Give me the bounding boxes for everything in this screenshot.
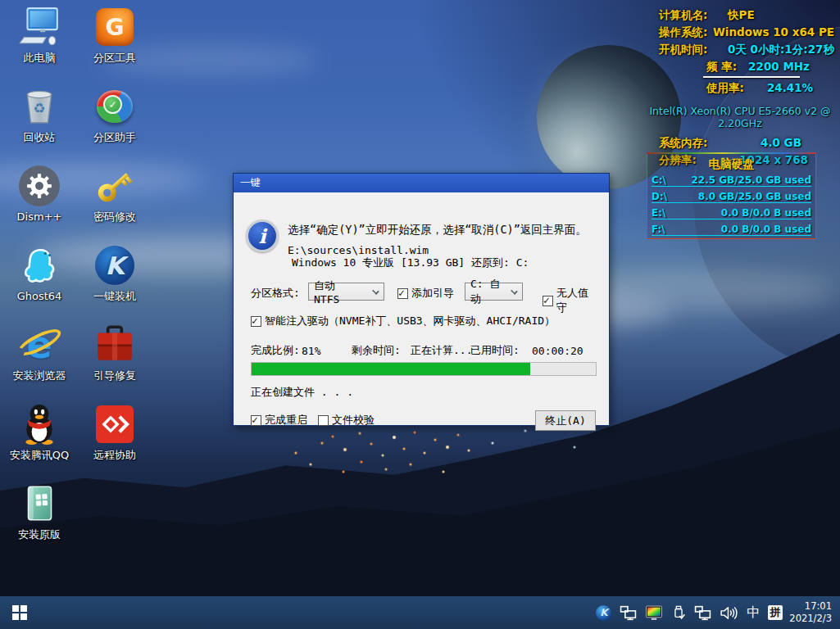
display-settings-icon[interactable] — [645, 605, 663, 621]
uptime-label: 开机时间: — [659, 41, 728, 58]
desktop-icon-label: 分区助手 — [93, 131, 136, 143]
desktop-icon-this-pc[interactable]: 此电脑 — [4, 3, 75, 83]
system-tray: 中 拼 — [596, 604, 783, 621]
diskgenius-icon — [92, 3, 138, 51]
restart-checkbox-group[interactable]: 完成重启 — [251, 413, 307, 428]
boot-target-dropdown[interactable]: C: 自动 — [465, 283, 523, 301]
freq-value: 2200 MHz — [748, 58, 810, 75]
source-path: E:\sources\install.wim — [288, 244, 587, 256]
drive-usage: 8.0 GB/25.0 GB used — [698, 191, 811, 202]
network-icon[interactable] — [620, 605, 637, 621]
ime-pinyin-badge[interactable]: 拼 — [768, 605, 783, 620]
dialog-titlebar[interactable]: 一键 — [234, 174, 609, 192]
driver-checkbox[interactable] — [251, 316, 261, 327]
desktop-icon-install-qq[interactable]: 安装腾讯QQ — [4, 400, 75, 480]
drive-row-f: F:\ 0.0 B/0.0 B used — [652, 224, 811, 236]
unattended-checkbox-group[interactable]: 无人值守 — [543, 286, 595, 315]
options-row: 分区格式: 自动 NTFS 添加引导 C: 自动 无人值守 — [251, 283, 595, 302]
desktop-icon-label: 引导修复 — [93, 369, 136, 382]
os-label: 操作系统: — [659, 24, 713, 41]
desktop-icon-boot-repair[interactable]: 引导修复 — [79, 321, 150, 400]
desktop-icon-install-browser[interactable]: e 安装浏览器 — [4, 321, 75, 400]
volume-icon[interactable] — [720, 605, 738, 621]
usage-label: 使用率: — [706, 79, 744, 97]
ghost-icon — [16, 242, 62, 289]
k-circle-icon — [92, 242, 138, 289]
computer-name-value: 快PE — [728, 7, 755, 24]
taskbar-clock[interactable]: 17:01 2021/2/3 — [789, 600, 832, 625]
desktop-icon-dism[interactable]: Dism++ — [4, 162, 75, 242]
drive-name: E:\ — [652, 207, 665, 219]
recycle-bin-icon: ♻ — [16, 83, 62, 130]
desktop-icon-label: 密码修改 — [93, 210, 136, 223]
dialog-body: 选择“确定(Y)”立即开始还原，选择“取消(C)”返回主界面。 E:\sourc… — [234, 192, 609, 425]
stats-row: 完成比例: 81% 剩余时间: 正在计算... 已用时间: 00:00:20 — [251, 344, 595, 357]
computer-icon — [16, 3, 62, 51]
desktop-icon-partition-tool[interactable]: 分区工具 — [79, 3, 150, 83]
format-value: 自动 NTFS — [314, 278, 367, 305]
add-boot-checkbox[interactable] — [397, 288, 408, 299]
disk-panel: 电脑硬盘 C:\ 22.5 GB/25.0 GB used D:\ 8.0 GB… — [647, 152, 816, 239]
format-dropdown[interactable]: 自动 NTFS — [308, 283, 384, 301]
drive-row-c: C:\ 22.5 GB/25.0 GB used — [652, 174, 811, 187]
language-indicator[interactable]: 中 — [747, 605, 760, 620]
desktop-icon-install-original[interactable]: 安装原版 — [4, 480, 75, 559]
remaining-label: 剩余时间: — [352, 343, 401, 358]
dialog-title: 一键 — [240, 176, 261, 190]
network-icon-2[interactable] — [694, 605, 711, 621]
memory-value: 4.0 GB — [761, 134, 801, 152]
progress-percent: 81% — [302, 345, 320, 357]
k-logo-tray-icon[interactable] — [596, 605, 611, 621]
boot-target-value: C: 自动 — [470, 277, 506, 306]
desktop-icon-partition-assistant[interactable]: 分区助手 — [79, 83, 150, 162]
city-lights — [0, 0, 2, 2]
drive-name: C:\ — [652, 174, 666, 186]
elapsed-label: 已用时间: — [470, 343, 520, 358]
driver-row[interactable]: 智能注入驱动（NVME补丁、USB3、网卡驱动、AHCI/RAID） — [251, 314, 555, 328]
key-icon — [92, 162, 138, 210]
abort-button[interactable]: 终止(A) — [535, 410, 596, 431]
partition-pie-icon — [92, 83, 138, 130]
desktop-icon-label: 远程协助 — [93, 449, 136, 461]
toolbox-icon — [92, 321, 138, 369]
disk-panel-title: 电脑硬盘 — [647, 157, 815, 172]
info-icon — [246, 219, 279, 252]
usage-value: 24.41% — [767, 79, 813, 97]
drive-name: D:\ — [652, 191, 667, 202]
verify-checkbox[interactable] — [318, 415, 329, 426]
drive-usage: 22.5 GB/25.0 GB used — [691, 174, 811, 186]
usb-eject-icon[interactable] — [671, 604, 686, 621]
desktop-icon-password-reset[interactable]: 密码修改 — [79, 162, 150, 242]
desktop-icon-label: 一键装机 — [93, 290, 136, 302]
drive-usage: 0.0 B/0.0 B used — [721, 207, 811, 219]
desktop-icon-remote-assist[interactable]: 远程协助 — [79, 400, 150, 480]
drive-usage: 0.0 B/0.0 B used — [721, 224, 811, 235]
drive-row-d: D:\ 8.0 GB/25.0 GB used — [652, 191, 811, 203]
desktop-icon-label: 此电脑 — [24, 52, 56, 64]
desktop-icon-one-key-install[interactable]: 一键装机 — [79, 242, 150, 321]
windows-logo-icon — [12, 605, 27, 620]
desktop-icon-recycle-bin[interactable]: ♻ 回收站 — [4, 83, 75, 162]
computer-name-label: 计算机名: — [659, 7, 728, 24]
svg-text:♻: ♻ — [34, 101, 46, 116]
desktop-icon-column-1: 此电脑 ♻ 回收站 — [4, 3, 75, 559]
remaining-value: 正在计算... — [411, 343, 472, 358]
desktop-icon-label: 安装浏览器 — [13, 369, 66, 382]
desktop-icon-column-2: 分区工具 分区助手 密码修改 — [79, 3, 150, 480]
image-info: Windows 10 专业版 [13.93 GB] 还原到: C: — [288, 256, 587, 269]
unattended-label: 无人值守 — [556, 286, 595, 315]
add-boot-label: 添加引导 — [411, 286, 454, 301]
add-boot-checkbox-group[interactable]: 添加引导 — [397, 286, 454, 301]
verify-checkbox-group[interactable]: 文件校验 — [318, 413, 375, 428]
progress-label: 完成比例: — [251, 343, 300, 358]
drive-name: F:\ — [652, 224, 665, 235]
desktop-icon-label: 分区工具 — [93, 52, 136, 64]
restart-checkbox[interactable] — [251, 415, 261, 426]
dialog-message-block: 选择“确定(Y)”立即开始还原，选择“取消(C)”返回主界面。 E:\sourc… — [288, 223, 587, 269]
restart-label: 完成重启 — [265, 413, 307, 428]
unattended-checkbox[interactable] — [543, 296, 553, 306]
desktop-icon-ghost64[interactable]: Ghost64 — [4, 242, 75, 321]
verify-label: 文件校验 — [332, 413, 375, 428]
start-button[interactable] — [0, 596, 39, 629]
progress-bar — [251, 362, 597, 376]
